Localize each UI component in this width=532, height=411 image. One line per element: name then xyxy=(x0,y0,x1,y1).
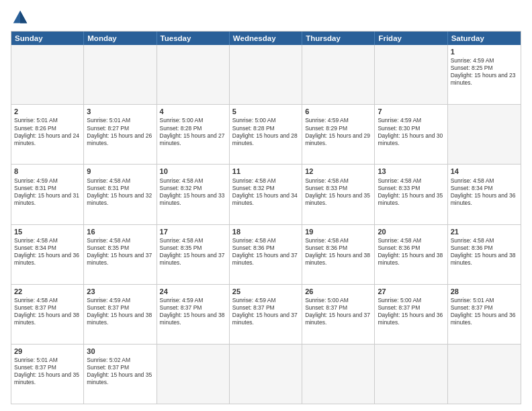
daylight-text: Daylight: 15 hours and 38 minutes. xyxy=(378,252,443,266)
daylight-text: Daylight: 15 hours and 36 minutes. xyxy=(14,252,79,266)
daylight-text: Daylight: 15 hours and 37 minutes. xyxy=(232,252,298,266)
sunset-text: Sunset: 8:31 PM xyxy=(14,185,56,191)
sunset-text: Sunset: 8:37 PM xyxy=(87,364,129,371)
daylight-text: Daylight: 15 hours and 28 minutes. xyxy=(232,132,298,146)
calendar-row: 2Sunrise: 5:01 AMSunset: 8:26 PMDaylight… xyxy=(11,105,521,165)
sunset-text: Sunset: 8:34 PM xyxy=(14,244,56,251)
sunset-text: Sunset: 8:36 PM xyxy=(378,244,420,251)
day-number: 24 xyxy=(160,287,226,296)
day-number: 10 xyxy=(160,167,226,176)
calendar-cell: 22Sunrise: 4:58 AMSunset: 8:37 PMDayligh… xyxy=(11,285,84,344)
sunrise-text: Sunrise: 4:59 AM xyxy=(87,297,130,304)
sunrise-text: Sunrise: 4:58 AM xyxy=(451,177,494,184)
sunset-text: Sunset: 8:37 PM xyxy=(305,304,347,311)
sunset-text: Sunset: 8:32 PM xyxy=(232,185,275,191)
daylight-text: Daylight: 15 hours and 35 minutes. xyxy=(87,371,152,385)
sunset-text: Sunset: 8:34 PM xyxy=(451,185,493,191)
sunset-text: Sunset: 8:33 PM xyxy=(305,185,347,191)
daylight-text: Daylight: 15 hours and 38 minutes. xyxy=(451,252,516,266)
sunrise-text: Sunrise: 4:58 AM xyxy=(378,177,421,184)
sunset-text: Sunset: 8:37 PM xyxy=(232,304,275,311)
sunrise-text: Sunrise: 5:00 AM xyxy=(160,117,204,124)
sunrise-text: Sunrise: 4:59 AM xyxy=(232,297,276,304)
calendar-row: 29Sunrise: 5:01 AMSunset: 8:37 PMDayligh… xyxy=(11,345,521,404)
calendar-cell: 1Sunrise: 4:59 AMSunset: 8:25 PMDaylight… xyxy=(448,45,521,104)
day-number: 9 xyxy=(87,167,153,176)
calendar-cell xyxy=(84,45,157,104)
sunrise-text: Sunrise: 4:58 AM xyxy=(14,237,58,244)
calendar-cell: 17Sunrise: 4:58 AMSunset: 8:35 PMDayligh… xyxy=(157,225,230,284)
calendar-cell: 13Sunrise: 4:58 AMSunset: 8:33 PMDayligh… xyxy=(375,165,447,224)
sunset-text: Sunset: 8:28 PM xyxy=(232,125,275,132)
day-number: 4 xyxy=(160,107,226,116)
calendar-cell: 23Sunrise: 4:59 AMSunset: 8:37 PMDayligh… xyxy=(84,285,157,344)
calendar-cell xyxy=(230,45,302,104)
calendar-cell xyxy=(11,45,84,104)
calendar-header-cell: Monday xyxy=(84,32,157,45)
daylight-text: Daylight: 15 hours and 37 minutes. xyxy=(232,312,298,326)
sunrise-text: Sunrise: 5:01 AM xyxy=(451,297,494,304)
daylight-text: Daylight: 15 hours and 36 minutes. xyxy=(451,192,516,206)
sunset-text: Sunset: 8:37 PM xyxy=(378,304,420,311)
calendar-row: 1Sunrise: 4:59 AMSunset: 8:25 PMDaylight… xyxy=(11,45,521,105)
sunset-text: Sunset: 8:37 PM xyxy=(451,304,493,311)
sunset-text: Sunset: 8:31 PM xyxy=(87,185,129,191)
day-number: 30 xyxy=(87,347,153,356)
calendar-cell: 27Sunrise: 5:00 AMSunset: 8:37 PMDayligh… xyxy=(375,285,447,344)
daylight-text: Daylight: 15 hours and 35 minutes. xyxy=(14,371,79,385)
logo xyxy=(11,8,32,27)
sunset-text: Sunset: 8:30 PM xyxy=(378,125,420,132)
sunset: Sunset: 8:25 PM xyxy=(451,64,493,71)
day-number: 28 xyxy=(451,287,518,296)
calendar-cell xyxy=(448,345,521,404)
day-number: 23 xyxy=(87,287,153,296)
day-number: 17 xyxy=(160,227,226,236)
daylight-text: Daylight: 15 hours and 27 minutes. xyxy=(160,132,225,146)
sunrise-text: Sunrise: 5:01 AM xyxy=(14,357,58,363)
header xyxy=(11,8,521,27)
day-number: 22 xyxy=(14,287,81,296)
sunrise-text: Sunrise: 4:59 AM xyxy=(305,117,349,124)
calendar-cell: 25Sunrise: 4:59 AMSunset: 8:37 PMDayligh… xyxy=(230,285,302,344)
page: SundayMondayTuesdayWednesdayThursdayFrid… xyxy=(0,0,532,411)
sunset-text: Sunset: 8:26 PM xyxy=(14,125,56,132)
day-number: 3 xyxy=(87,107,153,116)
day-number: 25 xyxy=(232,287,299,296)
sunset-text: Sunset: 8:32 PM xyxy=(160,185,202,191)
calendar-cell xyxy=(302,45,375,104)
sunset-text: Sunset: 8:36 PM xyxy=(451,244,493,251)
calendar-cell: 30Sunrise: 5:02 AMSunset: 8:37 PMDayligh… xyxy=(84,345,157,404)
sunset-text: Sunset: 8:37 PM xyxy=(14,304,56,311)
sunrise-text: Sunrise: 4:58 AM xyxy=(14,297,58,304)
sunset-text: Sunset: 8:29 PM xyxy=(305,125,347,132)
daylight-text: Daylight: 15 hours and 33 minutes. xyxy=(160,192,225,206)
day-number: 27 xyxy=(378,287,444,296)
day-number: 20 xyxy=(378,227,444,236)
calendar-header: SundayMondayTuesdayWednesdayThursdayFrid… xyxy=(11,32,521,45)
calendar-cell: 19Sunrise: 4:58 AMSunset: 8:36 PMDayligh… xyxy=(302,225,375,284)
daylight-text: Daylight: 15 hours and 31 minutes. xyxy=(14,192,79,206)
calendar-cell xyxy=(448,105,521,164)
daylight-text: Daylight: 15 hours and 32 minutes. xyxy=(87,192,152,206)
day-number: 15 xyxy=(14,227,81,236)
calendar-cell: 8Sunrise: 4:59 AMSunset: 8:31 PMDaylight… xyxy=(11,165,84,224)
calendar-cell xyxy=(302,345,375,404)
sunrise-text: Sunrise: 4:58 AM xyxy=(87,177,130,184)
sunset-text: Sunset: 8:37 PM xyxy=(160,304,202,311)
day-number: 29 xyxy=(14,347,81,356)
sunset-text: Sunset: 8:35 PM xyxy=(160,244,202,251)
logo-icon xyxy=(11,8,30,27)
calendar-cell: 10Sunrise: 4:58 AMSunset: 8:32 PMDayligh… xyxy=(157,165,230,224)
daylight-text: Daylight: 15 hours and 37 minutes. xyxy=(160,252,225,266)
sunset-text: Sunset: 8:36 PM xyxy=(232,244,275,251)
daylight-text: Daylight: 15 hours and 26 minutes. xyxy=(87,132,152,146)
sunrise-text: Sunrise: 4:58 AM xyxy=(232,177,276,184)
calendar-header-cell: Saturday xyxy=(448,32,521,45)
daylight-text: Daylight: 15 hours and 34 minutes. xyxy=(232,192,298,206)
day-number: 1 xyxy=(451,47,518,56)
calendar-cell: 3Sunrise: 5:01 AMSunset: 8:27 PMDaylight… xyxy=(84,105,157,164)
sunrise-text: Sunrise: 4:59 AM xyxy=(378,117,421,124)
day-number: 2 xyxy=(14,107,81,116)
day-number: 14 xyxy=(451,167,518,176)
daylight-text: Daylight: 15 hours and 36 minutes. xyxy=(451,312,516,326)
